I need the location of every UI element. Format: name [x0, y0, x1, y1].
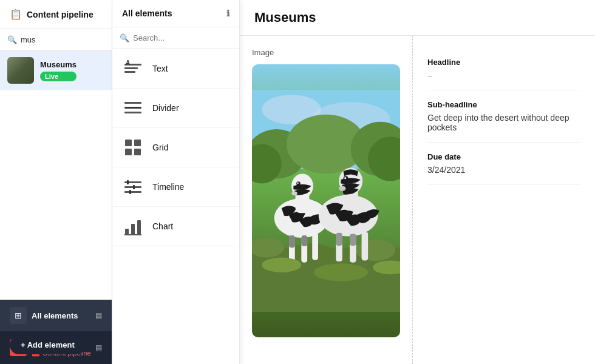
headline-label: Headline [427, 58, 580, 67]
item-thumb-image [7, 57, 34, 84]
svg-rect-49 [312, 233, 318, 260]
panel-elements: A Text Divider [112, 49, 239, 364]
svg-point-37 [297, 183, 298, 184]
subheadline-field: Sub-headline Get deep into the desert wi… [427, 90, 580, 143]
meta-section: Headline – Sub-headline Get deep into th… [413, 36, 595, 364]
svg-rect-1 [124, 67, 138, 69]
timeline-icon [122, 176, 144, 198]
chart-icon [122, 215, 144, 237]
text-label: Text [152, 64, 168, 73]
svg-rect-4 [124, 102, 141, 104]
element-item-chart[interactable]: Chart [112, 207, 239, 246]
add-element-button[interactable]: + Add element [10, 335, 86, 354]
duedate-field: Due date 3/24/2021 [427, 143, 580, 185]
svg-rect-5 [124, 107, 141, 109]
element-item-grid[interactable]: Grid [112, 128, 239, 167]
all-elements-icon: ⊞ [10, 307, 27, 324]
list-item[interactable]: Museums Live [0, 51, 112, 90]
grid-label: Grid [152, 143, 168, 152]
svg-rect-53 [350, 234, 356, 246]
subheadline-label: Sub-headline [427, 100, 580, 109]
panel-header: All elements ℹ [112, 0, 239, 27]
sidebar-item-all-elements[interactable]: ⊞ All elements ▤ [0, 300, 112, 331]
divider-icon [122, 97, 144, 119]
svg-rect-9 [125, 149, 132, 155]
search-input[interactable] [21, 35, 104, 44]
svg-rect-18 [131, 224, 135, 235]
content-area: Image [240, 36, 595, 364]
svg-point-44 [339, 186, 345, 191]
sidebar-bottom: ⊞ All elements ▤ ▦ Record list 🟥 Content… [0, 300, 112, 364]
main-content: Museums Image [240, 0, 595, 364]
status-badge: Live [40, 72, 76, 81]
info-icon[interactable]: ℹ [226, 8, 229, 18]
svg-rect-17 [125, 229, 129, 235]
svg-rect-19 [137, 220, 141, 235]
sidebar: 📋 Content pipeline 🔍 Museums Live ⊞ All … [0, 0, 112, 364]
add-element-panel: All elements ℹ 🔍 A Text [112, 0, 240, 364]
timeline-label: Timeline [152, 182, 184, 192]
svg-rect-13 [124, 191, 141, 193]
panel-title: All elements [122, 8, 172, 18]
search-icon: 🔍 [7, 35, 17, 44]
grid-icon [122, 136, 144, 158]
all-elements-label: All elements [32, 311, 95, 320]
svg-rect-48 [301, 235, 307, 246]
svg-rect-8 [134, 140, 141, 146]
svg-rect-2 [124, 71, 135, 73]
svg-point-55 [262, 258, 301, 272]
svg-point-43 [344, 177, 346, 179]
svg-rect-7 [125, 140, 132, 146]
svg-point-38 [291, 192, 298, 196]
panel-search-icon: 🔍 [120, 33, 129, 42]
main-header: Museums [240, 0, 595, 36]
svg-rect-46 [289, 235, 295, 248]
element-item-text[interactable]: A Text [112, 49, 239, 89]
app-icon: 📋 [10, 8, 22, 20]
chart-label: Chart [152, 221, 173, 231]
duedate-label: Due date [427, 152, 580, 161]
item-thumbnail [7, 57, 34, 84]
element-item-divider[interactable]: Divider [112, 89, 239, 128]
divider-label: Divider [152, 103, 179, 113]
text-icon: A [122, 58, 144, 79]
svg-point-56 [314, 263, 368, 281]
search-bar[interactable]: 🔍 [0, 29, 112, 51]
element-item-timeline[interactable]: Timeline [112, 167, 239, 207]
sidebar-header: 📋 Content pipeline [0, 0, 112, 29]
subheadline-value: Get deep into the desert without deep po… [427, 113, 580, 132]
item-info: Museums Live [40, 60, 76, 81]
panel-search[interactable]: 🔍 [112, 27, 239, 49]
svg-rect-15 [133, 185, 135, 189]
zebra-image [252, 64, 400, 337]
chevron-right-icon-2: ▤ [95, 343, 102, 352]
sidebar-title: Content pipeline [27, 10, 93, 19]
page-title: Museums [254, 10, 580, 25]
panel-search-input[interactable] [133, 33, 232, 42]
item-name: Museums [40, 60, 76, 69]
svg-rect-14 [127, 180, 129, 184]
chevron-right-icon: ▤ [95, 311, 102, 320]
svg-rect-16 [129, 190, 131, 194]
svg-text:A: A [126, 59, 130, 66]
duedate-value: 3/24/2021 [427, 165, 580, 175]
image-label: Image [252, 48, 400, 57]
svg-rect-6 [124, 112, 141, 113]
svg-rect-54 [362, 232, 369, 260]
headline-field: Headline – [427, 48, 580, 90]
all-elements-text: All elements [27, 311, 95, 320]
svg-rect-51 [336, 233, 342, 246]
svg-rect-10 [134, 149, 141, 155]
headline-value: – [427, 70, 580, 80]
svg-point-31 [289, 244, 333, 261]
image-section: Image [240, 36, 413, 364]
